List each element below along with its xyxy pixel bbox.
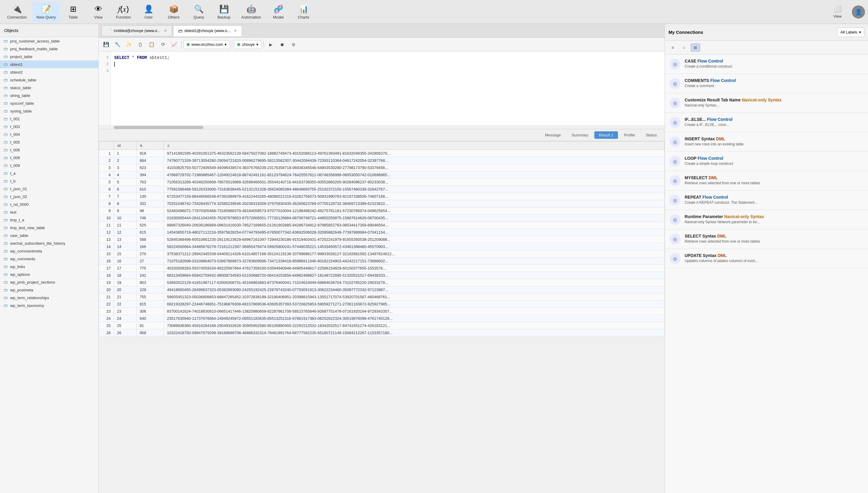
sidebar-item-t_nd_0000[interactable]: 🗃t_nd_0000 [0,200,99,208]
snippet-item-myselect[interactable]: ◎ MYSELECT DML Retrieve rows selected fr… [665,171,868,191]
table-row[interactable]: 22 22 815 69219328297-22446748851-751968… [99,301,665,308]
stop-query-btn[interactable]: ⏹ [277,40,287,49]
snippet-item-comments[interactable]: ◎ COMMENTS Flow Control Create a comment [665,74,868,93]
table-row[interactable]: 8 8 332 70251048742-73428435774-32585239… [99,200,665,207]
snippet-item-insert-syntax[interactable]: ◎ INSERT Syntax DML Insert new rows into… [665,132,868,152]
sidebar-item-t_001[interactable]: 🗃t_001 [0,115,99,123]
table-row[interactable]: 23 23 306 83700141624-74018830810-066514… [99,308,665,315]
table-row[interactable]: 24 24 640 23517630940-11737676064-249492… [99,315,665,322]
col-k[interactable]: k [136,142,164,150]
sidebar-item-t_003[interactable]: 🗃t_003 [0,123,99,130]
profile-tab[interactable]: Profile [619,131,640,139]
tab-query-2[interactable]: 🗃 sbtest1@zhouye (www.o... ✕ [173,25,242,36]
chart-btn[interactable]: 📈 [169,40,179,49]
model-btn[interactable]: 🧬 Model [266,2,290,22]
table-row[interactable]: 15 15 270 37538371212-28942445339-044091… [99,250,665,258]
rp-circle-btn[interactable]: ○ [679,43,689,52]
snippet-item-runtime-parameter[interactable]: ◎ Runtime Parameter Navicat-only Syntax … [665,210,868,230]
sidebar-item-t_a[interactable]: 🗃t_a [0,169,99,177]
sidebar-item-wp_term_taxonomy[interactable]: 🗃wp_term_taxonomy [0,302,99,309]
tab-close-1[interactable]: ✕ [164,29,167,33]
table-row[interactable]: 12 12 615 14543855719-48027112216-359756… [99,229,665,236]
table-row[interactable]: 25 25 81 73089936360-45916284168-2904933… [99,322,665,329]
rp-list-btn[interactable]: ≡ [668,43,677,52]
sidebar-item-proj_customer_access_table[interactable]: 🗃proj_customer_access_table [0,37,99,45]
tab-query-1[interactable]: 📄 Untitled@zhouye (www.o... ✕ [102,25,172,36]
schema-selector[interactable]: zhouye ▾ [234,40,262,49]
charts-btn[interactable]: 📊 Charts [291,2,316,22]
run-query-btn[interactable]: ▶ [266,40,276,49]
automation-btn[interactable]: 🤖 Automation [237,2,265,22]
new-query-btn[interactable]: 📝 New Query [32,2,60,22]
sidebar-item-wp_commentmeta[interactable]: 🗃wp_commentmeta [0,247,99,255]
sidebar-item-wp_term_relationships[interactable]: 🗃wp_term_relationships [0,294,99,302]
sidebar-item-t_004[interactable]: 🗃t_004 [0,130,99,138]
result1-tab[interactable]: Result 1 [594,131,618,139]
table-row[interactable]: 13 13 588 52845368496-60510661235-281191… [99,236,665,243]
table-row[interactable]: 26 26 958 10322418750-09847679299-391686… [99,329,665,337]
table-row[interactable]: 1 1 818 97141991595-40291051375-46323562… [99,150,665,157]
col-id[interactable]: id [114,142,137,150]
tab-close-2[interactable]: ✕ [234,29,237,33]
summary-tab[interactable]: Summary [567,131,593,139]
sidebar-item-sbtest1[interactable]: 🗃sbtest1 [0,60,99,68]
sidebar-item-wp_options[interactable]: 🗃wp_options [0,271,99,278]
snippet-item-update-syntax[interactable]: ◎ UPDATE Syntax DML Updates columns of p… [665,249,868,268]
user-btn[interactable]: 👤 User [137,2,160,22]
others-btn[interactable]: 📦 Others [162,2,186,22]
beautify-btn[interactable]: 🔧 [112,40,123,49]
table-row[interactable]: 10 10 746 01630005444-26411042455-762979… [99,214,665,222]
sidebar-item-t_005[interactable]: 🗃t_005 [0,138,99,146]
sidebar-item-sbtest2[interactable]: 🗃sbtest2 [0,68,99,76]
sidebar-item-user_table[interactable]: 🗃user_table [0,232,99,239]
data-table-container[interactable]: id k c 1 1 818 97141991595-40291051375-4… [99,141,665,493]
editor-code[interactable]: SELECT * FROM sbtest1; [111,51,665,125]
backup-btn[interactable]: 💾 Backup [212,2,236,22]
function-btn[interactable]: 𝑓(𝑥) Function [112,2,135,22]
table-row[interactable]: 18 18 242 68313459664-65842759432-980097… [99,272,665,279]
snippet-item-loop[interactable]: ◎ LOOP Flow Control Create a simple loop… [665,152,868,171]
col-c[interactable]: c [164,142,665,150]
view-btn[interactable]: 👁 View [86,2,110,22]
sidebar-item-t_008[interactable]: 🗃t_008 [0,154,99,162]
copy-btn[interactable]: 📋 [147,40,157,49]
objects-tab-header[interactable]: Objects [0,24,99,37]
sidebar-item-tmp_t_a[interactable]: 🗃tmp_t_a [0,216,99,224]
table-row[interactable]: 9 9 99 52483496072-77870305468-731659883… [99,207,665,214]
table-row[interactable]: 19 19 803 53693522129-41651987117-630063… [99,279,665,286]
sidebar-item-t_006[interactable]: 🗃t_006 [0,146,99,154]
snippet-item-customize-result-tab-name[interactable]: ◎ Customize Result Tab Name Navicat-only… [665,93,868,113]
user-avatar[interactable]: 👤 [852,5,865,19]
sidebar-item-t_json_01[interactable]: 🗃t_json_01 [0,185,99,193]
table-row[interactable]: 5 5 763 71056313289-40348250668-76670519… [99,178,665,186]
rp-grid-btn[interactable]: ⊞ [691,43,700,52]
parenthesis-btn[interactable]: () [135,40,145,49]
sidebar-item-test[interactable]: 🗃test [0,208,99,216]
table-row[interactable]: 3 3 623 41033825793-50772405549-49396438… [99,164,665,171]
snippet-item-case[interactable]: ◎ CASE Flow Control Create a conditional… [665,55,868,74]
table-row[interactable]: 20 20 229 49418660455-28499637323-053828… [99,286,665,294]
sidebar-item-sysconf_table[interactable]: 🗃sysconf_table [0,99,99,107]
sidebar-item-t_b[interactable]: 🗃t_b [0,177,99,185]
sidebar-item-schedule_table[interactable]: 🗃schedule_table [0,76,99,84]
snippet-item-repeat[interactable]: ◎ REPEAT Flow Control Create A REPEAT co… [665,191,868,210]
table-btn[interactable]: ⊞ Table [61,2,85,22]
sidebar-item-tmp_test_new_table[interactable]: 🗃tmp_test_new_table [0,224,99,232]
sidebar-item-wp_links[interactable]: 🗃wp_links [0,263,99,271]
sidebar-item-wp_pmb_project_sections[interactable]: 🗃wp_pmb_project_sections [0,278,99,286]
sidebar-item-t_json_02[interactable]: 🗃t_json_02 [0,193,99,200]
snippet-item-if...else...[interactable]: ◎ IF...ELSE... Flow Control Create a IF.… [665,113,868,132]
status-tab[interactable]: Status [641,131,661,139]
table-row[interactable]: 14 14 166 58224500064-34485676278-721612… [99,243,665,250]
labels-dropdown[interactable]: All Labels ▾ [837,27,864,37]
table-row[interactable]: 7 7 130 67253477159-88446566548-87391999… [99,193,665,200]
query-btn[interactable]: 🔍 Query [187,2,211,22]
table-row[interactable]: 17 17 775 40333009283-59374559334-992255… [99,265,665,272]
save-btn[interactable]: 💾 [101,40,111,49]
run-options-btn[interactable]: ⚙ [288,40,299,49]
sidebar-item-project_table[interactable]: 🗃project_table [0,52,99,60]
table-row[interactable]: 16 16 27 71075182699-03109864073-5306786… [99,258,665,265]
editor-scrollbar[interactable] [99,125,665,129]
sidebar-item-wechat_subscribers_lite_history[interactable]: 🗃wechat_subscribers_lite_history [0,239,99,247]
table-row[interactable]: 6 6 610 77591586468-59126333005-73163638… [99,186,665,193]
